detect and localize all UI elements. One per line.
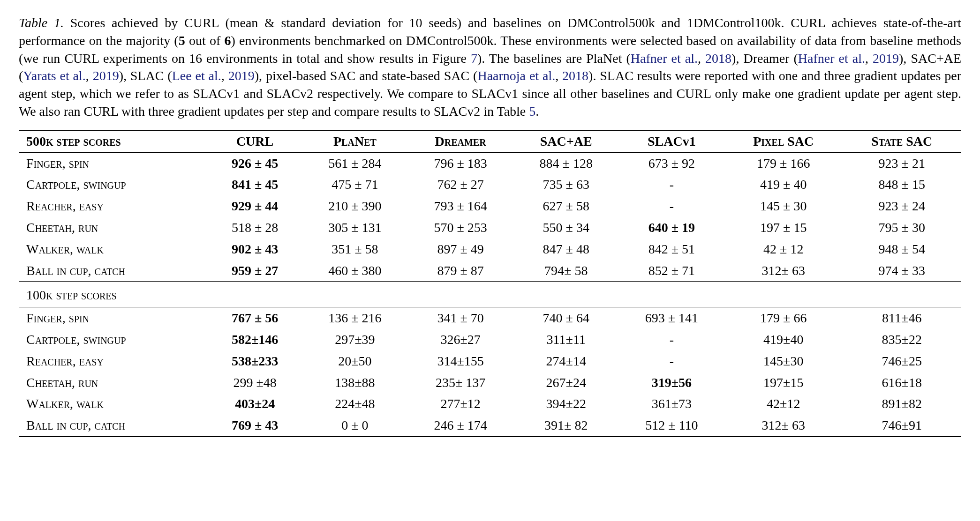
score-cell: 311±11 xyxy=(513,329,619,350)
score-cell: 897 ± 49 xyxy=(407,238,513,260)
col-slacv1: SLACv1 xyxy=(619,130,724,152)
env-name: Reacher, easy xyxy=(19,195,208,217)
score-cell: 640 ± 19 xyxy=(619,217,724,238)
score-cell: 929 ± 44 xyxy=(208,195,302,217)
score-cell: 740 ± 64 xyxy=(513,307,619,329)
table-row: Reacher, easy538±23320±50314±155274±14-1… xyxy=(19,350,961,372)
citation-year[interactable]: 2019 xyxy=(228,68,255,83)
figure-ref[interactable]: 7 xyxy=(471,51,477,66)
score-cell: 811±46 xyxy=(843,307,961,329)
score-cell: 403±24 xyxy=(208,393,302,415)
col-curl: CURL xyxy=(208,130,302,152)
score-cell: 948 ± 54 xyxy=(843,238,961,260)
score-cell: 746±25 xyxy=(843,350,961,372)
score-cell: 42±12 xyxy=(724,393,843,415)
score-cell: 210 ± 390 xyxy=(302,195,407,217)
score-cell: 796 ± 183 xyxy=(407,152,513,174)
score-cell: 314±155 xyxy=(407,350,513,372)
score-cell: 746±91 xyxy=(843,415,961,436)
score-cell: 891±82 xyxy=(843,393,961,415)
score-cell: 419±40 xyxy=(724,329,843,350)
table-caption: Table 1. Scores achieved by CURL (mean &… xyxy=(19,14,961,120)
env-name: Ball in cup, catch xyxy=(19,415,208,436)
col-planet: PlaNet xyxy=(302,130,407,152)
score-cell: 145 ± 30 xyxy=(724,195,843,217)
env-name: Finger, spin xyxy=(19,152,208,174)
table-ref[interactable]: 5 xyxy=(529,104,535,119)
score-cell: 923 ± 24 xyxy=(843,195,961,217)
env-name: Walker, walk xyxy=(19,393,208,415)
citation-year[interactable]: 2018 xyxy=(562,68,588,83)
score-cell: 959 ± 27 xyxy=(208,260,302,282)
score-cell: 550 ± 34 xyxy=(513,217,619,238)
col-sacae: SAC+AE xyxy=(513,130,619,152)
score-cell: 197 ± 15 xyxy=(724,217,843,238)
score-cell: 793 ± 164 xyxy=(407,195,513,217)
table-label: Table 1. xyxy=(19,15,64,30)
score-cell: 326±27 xyxy=(407,329,513,350)
env-name: Finger, spin xyxy=(19,307,208,329)
score-cell: 391± 82 xyxy=(513,415,619,436)
score-cell: 538±233 xyxy=(208,350,302,372)
table-row: Ball in cup, catch769 ± 430 ± 0246 ± 174… xyxy=(19,415,961,436)
score-cell: 460 ± 380 xyxy=(302,260,407,282)
env-name: Cheetah, run xyxy=(19,372,208,394)
score-cell: 297±39 xyxy=(302,329,407,350)
env-name: Reacher, easy xyxy=(19,350,208,372)
score-cell: 735 ± 63 xyxy=(513,174,619,195)
citation-hafner-2019[interactable]: Hafner et al. xyxy=(798,51,865,66)
env-name: Cartpole, swingup xyxy=(19,329,208,350)
section-label-100k: 100k step scores xyxy=(19,282,961,307)
score-cell: 136 ± 216 xyxy=(302,307,407,329)
score-cell: 847 ± 48 xyxy=(513,238,619,260)
citation-yarats-2019[interactable]: Yarats et al. xyxy=(23,68,85,83)
table-row: Finger, spin767 ± 56136 ± 216341 ± 70740… xyxy=(19,307,961,329)
score-cell: 246 ± 174 xyxy=(407,415,513,436)
score-cell: 842 ± 51 xyxy=(619,238,724,260)
score-cell: 794± 58 xyxy=(513,260,619,282)
score-cell: 475 ± 71 xyxy=(302,174,407,195)
table-row: Cartpole, swingup841 ± 45475 ± 71762 ± 2… xyxy=(19,174,961,195)
table-row: Cheetah, run518 ± 28305 ± 131570 ± 25355… xyxy=(19,217,961,238)
env-name: Cartpole, swingup xyxy=(19,174,208,195)
score-cell: 974 ± 33 xyxy=(843,260,961,282)
score-cell: 312± 63 xyxy=(724,260,843,282)
score-cell: 616±18 xyxy=(843,372,961,394)
citation-haarnoja-2018[interactable]: Haarnoja et al. xyxy=(477,68,555,83)
col-env: 500k step scores xyxy=(19,130,208,152)
score-cell: 884 ± 128 xyxy=(513,152,619,174)
score-cell: 179 ± 66 xyxy=(724,307,843,329)
results-table: 500k step scores CURL PlaNet Dreamer SAC… xyxy=(19,130,961,437)
score-cell: 561 ± 284 xyxy=(302,152,407,174)
citation-year[interactable]: 2019 xyxy=(93,68,119,83)
citation-hafner-2018[interactable]: Hafner et al. xyxy=(631,51,698,66)
table-header-row: 500k step scores CURL PlaNet Dreamer SAC… xyxy=(19,130,961,152)
score-cell: 795 ± 30 xyxy=(843,217,961,238)
table-row: Cheetah, run299 ±48138±88235± 137267±243… xyxy=(19,372,961,394)
col-pixelsac: Pixel SAC xyxy=(724,130,843,152)
table-row: Ball in cup, catch959 ± 27460 ± 380879 ±… xyxy=(19,260,961,282)
score-cell: 673 ± 92 xyxy=(619,152,724,174)
score-cell: 627 ± 58 xyxy=(513,195,619,217)
score-cell: 879 ± 87 xyxy=(407,260,513,282)
score-cell: 267±24 xyxy=(513,372,619,394)
table-row: Finger, spin926 ± 45561 ± 284796 ± 18388… xyxy=(19,152,961,174)
score-cell: 0 ± 0 xyxy=(302,415,407,436)
score-cell: 224±48 xyxy=(302,393,407,415)
env-name: Cheetah, run xyxy=(19,217,208,238)
citation-lee-2019[interactable]: Lee et al. xyxy=(172,68,221,83)
citation-year[interactable]: 2018 xyxy=(705,51,731,66)
score-cell: 767 ± 56 xyxy=(208,307,302,329)
score-cell: - xyxy=(619,174,724,195)
col-statesac: State SAC xyxy=(843,130,961,152)
score-cell: 762 ± 27 xyxy=(407,174,513,195)
col-dreamer: Dreamer xyxy=(407,130,513,152)
score-cell: 145±30 xyxy=(724,350,843,372)
citation-year[interactable]: 2019 xyxy=(873,51,899,66)
score-cell: - xyxy=(619,195,724,217)
table-row: Cartpole, swingup582±146297±39326±27311±… xyxy=(19,329,961,350)
score-cell: 20±50 xyxy=(302,350,407,372)
score-cell: 518 ± 28 xyxy=(208,217,302,238)
score-cell: 394±22 xyxy=(513,393,619,415)
score-cell: 848 ± 15 xyxy=(843,174,961,195)
